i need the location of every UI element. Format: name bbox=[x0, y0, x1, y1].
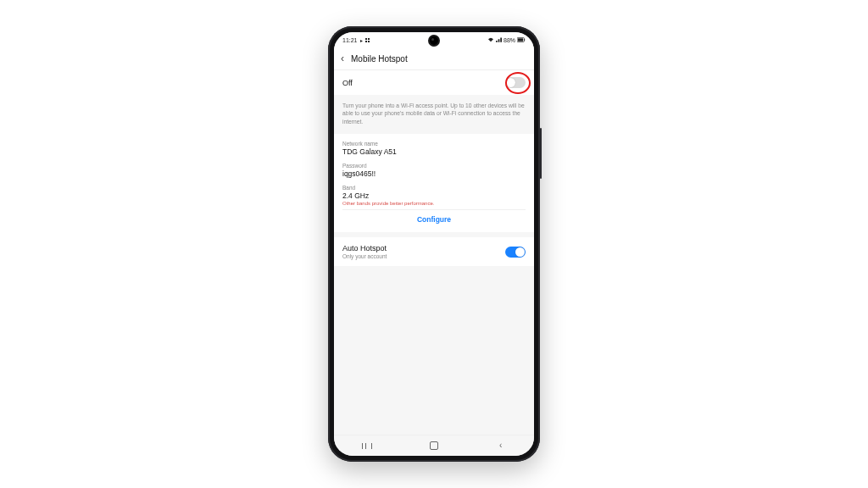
network-name-value: TDG Galaxy A51 bbox=[342, 147, 526, 156]
password-value: iqgs0465!! bbox=[342, 169, 526, 178]
nav-recent-button[interactable] bbox=[350, 439, 384, 452]
navigation-bar: ‹ bbox=[334, 435, 534, 456]
configure-button[interactable]: Configure bbox=[417, 215, 451, 224]
page-title: Mobile Hotspot bbox=[351, 54, 408, 64]
status-bar-right: 88% bbox=[487, 37, 526, 43]
wifi-icon bbox=[487, 37, 494, 42]
auto-hotspot-row[interactable]: Auto Hotspot Only your account bbox=[334, 237, 534, 266]
network-name-label: Network name bbox=[342, 141, 526, 147]
nav-back-button[interactable]: ‹ bbox=[484, 439, 518, 452]
phone-screen: 11:21 ▸ 88% ‹ Mobile Hotspot Off bbox=[334, 32, 534, 456]
password-label: Password bbox=[342, 163, 526, 169]
band-warning: Other bands provide better performance. bbox=[342, 201, 526, 206]
hotspot-toggle-row[interactable]: Off bbox=[334, 70, 534, 95]
battery-text: 88% bbox=[504, 37, 515, 43]
network-name-field: Network name TDG Galaxy A51 bbox=[342, 141, 526, 156]
recent-icon bbox=[362, 443, 372, 449]
hotspot-details-card: Network name TDG Galaxy A51 Password iqg… bbox=[334, 134, 534, 232]
configure-row: Configure bbox=[342, 209, 526, 225]
back-icon[interactable]: ‹ bbox=[341, 53, 344, 64]
back-nav-icon: ‹ bbox=[499, 441, 502, 450]
punch-hole-camera bbox=[428, 35, 440, 47]
apps-icon bbox=[365, 38, 370, 42]
hotspot-description: Turn your phone into a Wi-Fi access poin… bbox=[334, 95, 534, 134]
auto-hotspot-text: Auto Hotspot Only your account bbox=[342, 244, 387, 259]
band-label: Band bbox=[342, 185, 526, 191]
status-time: 11:21 bbox=[342, 37, 358, 43]
battery-icon bbox=[517, 37, 526, 42]
svg-rect-1 bbox=[518, 38, 523, 41]
phone-frame: 11:21 ▸ 88% ‹ Mobile Hotspot Off bbox=[328, 26, 540, 462]
home-icon bbox=[430, 441, 438, 450]
stage: 11:21 ▸ 88% ‹ Mobile Hotspot Off bbox=[0, 0, 868, 488]
password-field: Password iqgs0465!! bbox=[342, 163, 526, 178]
content-area: Off Turn your phone into a Wi-Fi access … bbox=[334, 70, 534, 435]
signal-icon bbox=[496, 37, 502, 42]
auto-hotspot-subtitle: Only your account bbox=[342, 253, 387, 259]
auto-hotspot-title: Auto Hotspot bbox=[342, 244, 387, 252]
svg-rect-2 bbox=[524, 39, 525, 42]
title-bar: ‹ Mobile Hotspot bbox=[334, 47, 534, 70]
status-bar-left: 11:21 ▸ bbox=[342, 37, 370, 43]
band-field: Band 2.4 GHz Other bands provide better … bbox=[342, 185, 526, 206]
hotspot-state-label: Off bbox=[342, 79, 353, 87]
auto-hotspot-toggle[interactable] bbox=[505, 247, 526, 258]
band-value: 2.4 GHz bbox=[342, 191, 526, 200]
hotspot-toggle[interactable] bbox=[505, 77, 526, 88]
nav-home-button[interactable] bbox=[417, 439, 451, 452]
video-icon: ▸ bbox=[360, 37, 363, 43]
